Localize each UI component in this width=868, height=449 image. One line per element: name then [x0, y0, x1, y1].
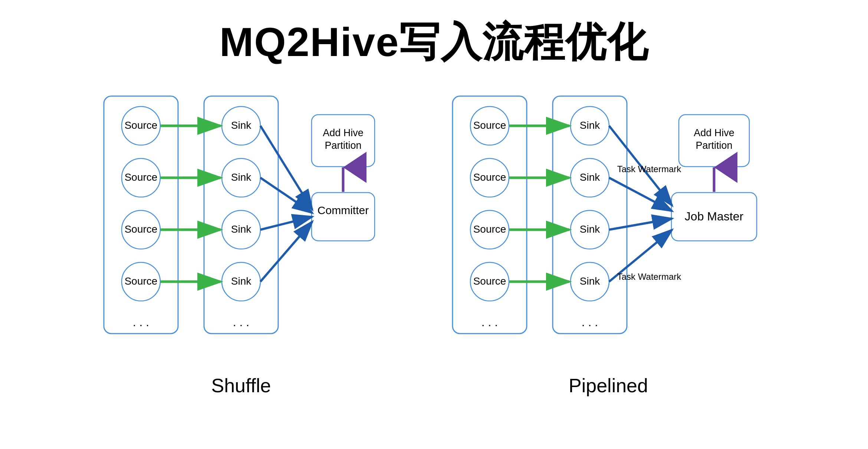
svg-text:Source: Source: [125, 171, 158, 183]
shuffle-diagram: Source Source Source Source . . . Sink S…: [100, 92, 382, 397]
pipelined-svg: Source Source Source Source . . . Sink S…: [449, 92, 768, 360]
svg-text:Sink: Sink: [231, 171, 251, 183]
pipelined-diagram: Source Source Source Source . . . Sink S…: [449, 92, 768, 397]
svg-text:Sink: Sink: [231, 223, 251, 235]
svg-text:Source: Source: [473, 223, 506, 235]
svg-text:Add Hive: Add Hive: [694, 127, 734, 138]
svg-text:Sink: Sink: [580, 171, 600, 183]
svg-text:Source: Source: [473, 171, 506, 183]
page-title: MQ2Hive写入流程优化: [0, 0, 868, 92]
svg-text:Partition: Partition: [696, 140, 732, 151]
svg-text:Sink: Sink: [231, 275, 251, 287]
svg-text:. . .: . . .: [233, 315, 249, 329]
svg-text:Sink: Sink: [580, 275, 600, 287]
pipelined-label: Pipelined: [569, 374, 648, 397]
svg-text:Source: Source: [473, 119, 506, 131]
svg-text:Source: Source: [125, 275, 158, 287]
svg-text:. . .: . . .: [133, 315, 149, 329]
svg-text:. . .: . . .: [582, 315, 598, 329]
svg-text:Task Watermark: Task Watermark: [617, 272, 681, 282]
svg-text:Source: Source: [125, 119, 158, 131]
svg-line-70: [609, 219, 672, 230]
svg-text:Task Watermark: Task Watermark: [617, 164, 681, 174]
svg-text:Job Master: Job Master: [685, 210, 744, 223]
svg-text:Add Hive: Add Hive: [323, 127, 364, 138]
svg-text:Sink: Sink: [580, 119, 600, 131]
svg-line-32: [260, 217, 312, 230]
svg-text:Source: Source: [125, 223, 158, 235]
svg-text:Sink: Sink: [580, 223, 600, 235]
svg-text:Source: Source: [473, 275, 506, 287]
svg-text:Sink: Sink: [231, 119, 251, 131]
svg-line-30: [260, 126, 312, 210]
svg-text:. . .: . . .: [481, 315, 498, 329]
shuffle-label: Shuffle: [211, 374, 271, 397]
shuffle-svg: Source Source Source Source . . . Sink S…: [100, 92, 382, 360]
svg-text:Committer: Committer: [318, 204, 369, 216]
svg-rect-28: [312, 193, 375, 241]
svg-text:Partition: Partition: [325, 140, 361, 151]
svg-line-33: [260, 222, 312, 282]
